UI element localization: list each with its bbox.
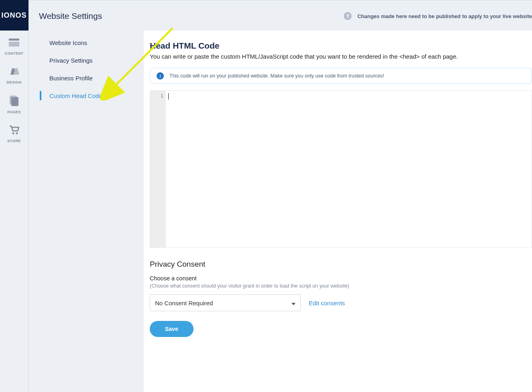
consent-select-value: No Consent Required xyxy=(155,300,213,306)
code-editor[interactable]: 1 xyxy=(150,90,532,248)
rail-label: CONTENT xyxy=(5,51,24,55)
rail-label: DESIGN xyxy=(6,80,22,84)
info-icon: i xyxy=(157,72,164,80)
text-cursor xyxy=(168,93,169,100)
content-icon xyxy=(8,38,20,49)
info-banner-text: This code will run on your published web… xyxy=(169,73,384,79)
rail-label: STORE xyxy=(7,139,20,143)
header: Website Settings ? Changes made here nee… xyxy=(29,2,532,31)
rail-item-content[interactable]: CONTENT xyxy=(0,31,29,59)
consent-field-label: Choose a consent xyxy=(150,275,532,282)
sidebar-item-label: Custom Head Code xyxy=(49,92,102,99)
rail-item-pages[interactable]: PAGES xyxy=(0,88,29,117)
header-notice-text: Changes made here need to be published t… xyxy=(357,13,532,19)
consent-row: No Consent Required Edit consents xyxy=(150,294,532,311)
sidebar-item-business-profile[interactable]: Business Profile xyxy=(29,69,144,87)
sidebar-item-label: Website Icons xyxy=(49,39,87,46)
privacy-consent-title: Privacy Consent xyxy=(150,260,532,269)
edit-consents-link[interactable]: Edit consents xyxy=(309,300,345,306)
svg-rect-0 xyxy=(9,39,19,41)
svg-rect-1 xyxy=(9,42,19,47)
brand-text: IONOS xyxy=(1,11,26,20)
consent-field-hint: (Choose what consent should your visitor… xyxy=(150,283,532,289)
rail-label: PAGES xyxy=(7,110,20,114)
save-button[interactable]: Save xyxy=(150,321,194,337)
svg-rect-3 xyxy=(11,97,18,106)
svg-point-5 xyxy=(16,133,18,135)
code-textarea[interactable] xyxy=(166,91,532,247)
line-number: 1 xyxy=(150,93,163,99)
brand-logo[interactable]: IONOS xyxy=(0,0,29,31)
design-icon xyxy=(8,66,20,78)
section-title: Head HTML Code xyxy=(150,41,532,51)
page-title: Website Settings xyxy=(39,11,102,21)
sidebar-item-privacy-settings[interactable]: Privacy Settings xyxy=(29,51,144,69)
rail-item-design[interactable]: DESIGN xyxy=(0,59,29,88)
svg-point-4 xyxy=(12,133,14,135)
info-banner: i This code will run on your published w… xyxy=(150,68,532,84)
chevron-down-icon xyxy=(291,300,296,306)
header-notice: ? Changes made here need to be published… xyxy=(344,12,532,20)
rail-item-store[interactable]: STORE xyxy=(0,117,29,146)
main-panel: Head HTML Code You can write or paste th… xyxy=(144,31,532,392)
store-icon xyxy=(8,125,20,137)
pages-icon xyxy=(8,95,20,108)
icon-rail: IONOS CONTENT DESIGN PAGES STORE xyxy=(0,0,29,392)
consent-select[interactable]: No Consent Required xyxy=(150,294,301,311)
sidebar-item-website-icons[interactable]: Website Icons xyxy=(29,34,144,51)
code-gutter: 1 xyxy=(150,91,166,247)
sidebar: Website Icons Privacy Settings Business … xyxy=(29,31,144,392)
section-description: You can write or paste the custom HTML/J… xyxy=(150,53,532,60)
sidebar-item-label: Privacy Settings xyxy=(49,57,93,64)
sidebar-item-label: Business Profile xyxy=(49,75,93,82)
sidebar-item-custom-head-code[interactable]: Custom Head Code xyxy=(29,87,144,104)
help-icon[interactable]: ? xyxy=(344,12,352,20)
